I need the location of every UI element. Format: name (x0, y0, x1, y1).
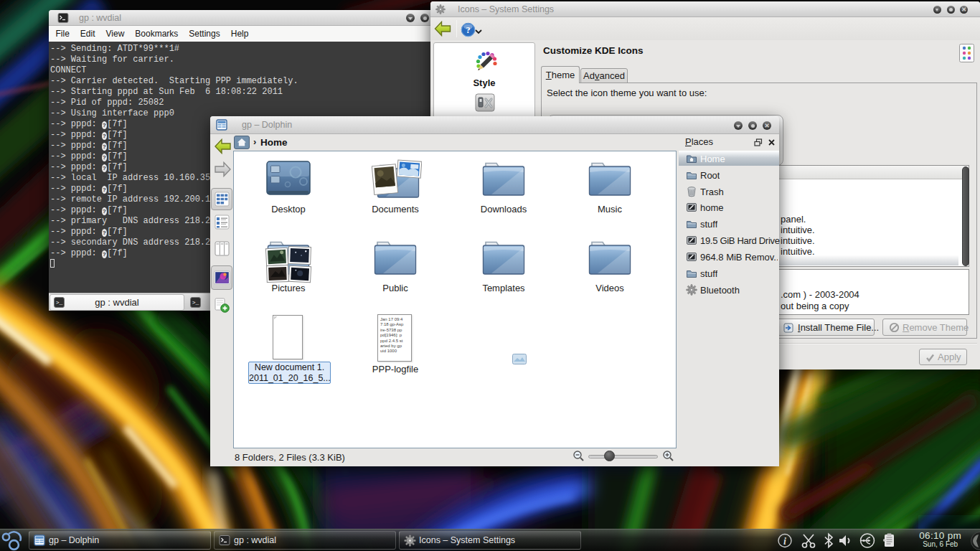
svg-text:?: ? (466, 25, 470, 35)
svg-text:i: i (783, 536, 786, 547)
